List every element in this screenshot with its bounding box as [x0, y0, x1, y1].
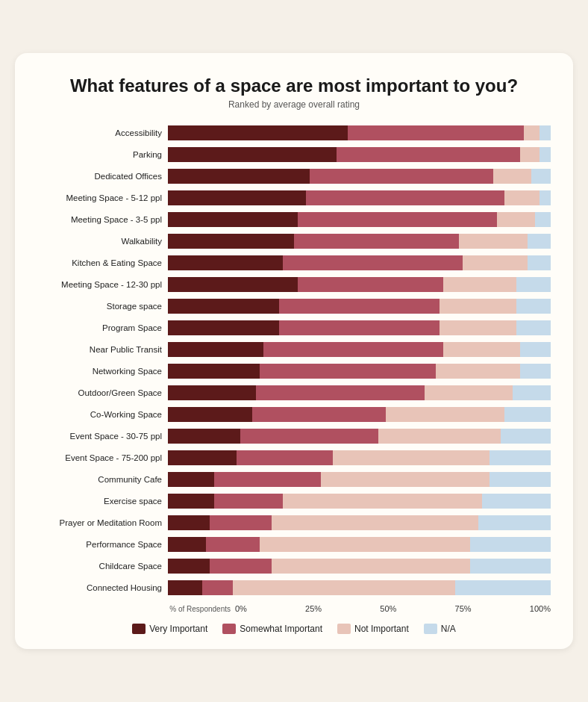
seg-not	[333, 450, 490, 465]
legend-label: Very Important	[149, 624, 207, 634]
chart-row: Walkability	[37, 232, 551, 251]
row-label: Connected Housing	[37, 583, 168, 592]
seg-very	[168, 472, 214, 487]
legend-swatch	[222, 624, 236, 634]
row-label: Meeting Space - 5-12 ppl	[37, 193, 168, 202]
bar-container	[168, 320, 551, 335]
x-tick-label: 100%	[530, 604, 551, 613]
x-axis: % of Respondents 0%25%50%75%100%	[168, 604, 551, 613]
seg-somewhat	[252, 407, 387, 422]
seg-not	[272, 515, 478, 530]
seg-na	[516, 320, 551, 335]
seg-somewhat	[263, 342, 443, 357]
row-label: Accessibility	[37, 128, 168, 137]
seg-somewhat	[210, 515, 271, 530]
seg-not	[425, 385, 513, 400]
bar-container	[168, 580, 551, 595]
seg-not	[443, 342, 520, 357]
chart-title: What features of a space are most import…	[37, 75, 551, 97]
seg-not	[440, 299, 516, 314]
seg-somewhat	[279, 299, 440, 314]
seg-somewhat	[348, 125, 524, 140]
seg-not	[386, 407, 504, 422]
row-label: Co-Working Space	[37, 410, 168, 419]
row-label: Prayer or Meditation Room	[37, 518, 168, 527]
row-label: Networking Space	[37, 367, 168, 376]
row-label: Walkability	[37, 237, 168, 246]
chart-row: Dedicated Offices	[37, 167, 551, 186]
chart-area: Accessibility Parking Dedicated Offices …	[37, 123, 551, 600]
seg-na	[539, 125, 551, 140]
chart-row: Exercise space	[37, 491, 551, 511]
seg-somewhat	[202, 580, 233, 595]
chart-subtitle: Ranked by average overall rating	[37, 99, 551, 110]
row-label: Exercise space	[37, 497, 168, 506]
seg-very	[168, 559, 210, 574]
seg-not	[440, 320, 516, 335]
seg-somewhat	[310, 169, 493, 184]
seg-na	[513, 385, 551, 400]
chart-row: Community Cafe	[37, 470, 551, 489]
seg-somewhat	[298, 277, 443, 292]
chart-row: Meeting Space - 12-30 ppl	[37, 275, 551, 294]
seg-very	[168, 450, 237, 465]
seg-somewhat	[214, 494, 283, 509]
seg-very	[168, 515, 210, 530]
legend-label: N/A	[441, 624, 456, 634]
seg-very	[168, 299, 279, 314]
seg-very	[168, 125, 348, 140]
bar-container	[168, 559, 551, 574]
seg-very	[168, 537, 206, 552]
seg-na	[528, 255, 551, 270]
seg-very	[168, 429, 240, 444]
seg-somewhat	[283, 255, 463, 270]
row-label: Meeting Space - 3-5 ppl	[37, 215, 168, 224]
seg-somewhat	[260, 364, 436, 379]
bar-container	[168, 494, 551, 509]
row-label: Childcare Space	[37, 562, 168, 571]
row-label: Storage space	[37, 302, 168, 311]
legend-label: Somewhat Important	[240, 624, 322, 634]
x-tick-label: 25%	[305, 604, 322, 613]
seg-na	[531, 169, 551, 184]
chart-row: Event Space - 30-75 ppl	[37, 426, 551, 446]
seg-not	[493, 169, 531, 184]
seg-very	[168, 190, 306, 205]
seg-very	[168, 342, 263, 357]
legend: Very Important Somewhat Important Not Im…	[37, 624, 551, 634]
seg-na	[490, 472, 551, 487]
chart-row: Prayer or Meditation Room	[37, 513, 551, 532]
seg-not	[272, 559, 471, 574]
seg-somewhat	[214, 472, 322, 487]
chart-row: Event Space - 75-200 ppl	[37, 448, 551, 468]
seg-na	[482, 494, 551, 509]
chart-row: Kitchen & Eating Space	[37, 253, 551, 273]
seg-not	[524, 125, 539, 140]
seg-na	[516, 277, 551, 292]
chart-card: What features of a space are most import…	[15, 53, 573, 650]
bar-container	[168, 125, 551, 140]
seg-na	[528, 234, 551, 249]
chart-row: Connected Housing	[37, 578, 551, 597]
seg-not	[443, 277, 516, 292]
chart-row: Near Public Transit	[37, 340, 551, 359]
bar-container	[168, 515, 551, 530]
row-label: Kitchen & Eating Space	[37, 258, 168, 267]
seg-somewhat	[298, 212, 497, 227]
seg-na	[539, 147, 551, 162]
legend-item: Somewhat Important	[222, 624, 322, 634]
row-label: Outdoor/Green Space	[37, 388, 168, 397]
seg-not	[321, 472, 490, 487]
legend-label: Not Important	[354, 624, 409, 634]
bar-container	[168, 190, 551, 205]
seg-very	[168, 580, 202, 595]
chart-row: Networking Space	[37, 361, 551, 381]
seg-na	[470, 537, 551, 552]
seg-not	[504, 190, 539, 205]
chart-row: Childcare Space	[37, 556, 551, 576]
bar-container	[168, 147, 551, 162]
bar-container	[168, 385, 551, 400]
seg-very	[168, 494, 214, 509]
seg-na	[504, 407, 551, 422]
seg-not	[520, 147, 539, 162]
